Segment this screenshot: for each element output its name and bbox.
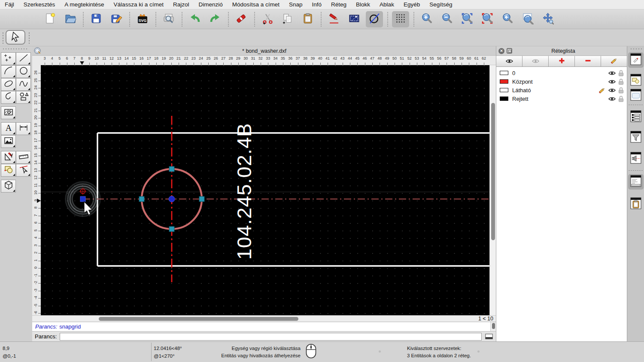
zoom-in-button[interactable] [418, 11, 435, 27]
vertical-scrollbar-thumb[interactable] [491, 103, 495, 240]
entity-list-widget-button[interactable] [629, 109, 642, 125]
print-preview-button[interactable] [160, 11, 177, 27]
command-widget-button[interactable] [628, 174, 644, 190]
image-tool-button[interactable] [1, 135, 16, 148]
zoom-auto-button[interactable] [459, 11, 476, 27]
solid-3d-tool-button[interactable] [1, 180, 16, 193]
command-input[interactable] [60, 333, 482, 341]
polygon-tool-button[interactable] [16, 91, 31, 104]
horizontal-scrollbar-thumb[interactable] [99, 317, 298, 321]
menu-blokk[interactable]: Blokk [351, 1, 375, 8]
spline-tool-button[interactable] [16, 78, 31, 91]
svg-export-button[interactable]: SVG [134, 11, 151, 27]
layer-lock-icon[interactable] [618, 87, 624, 95]
zoom-out-button[interactable] [438, 11, 456, 27]
pen-edit-button[interactable] [325, 11, 343, 27]
part-number-label[interactable]: 104.245.02.4B [233, 123, 255, 260]
menu-snap[interactable]: Snap [284, 1, 307, 8]
toolbar-handle[interactable] [28, 32, 30, 44]
save-as-button[interactable] [108, 11, 125, 27]
cut-button[interactable] [259, 11, 276, 27]
zoom-previous-button[interactable] [499, 11, 516, 27]
menu-rajzol[interactable]: Rajzol [168, 1, 194, 8]
save-button[interactable] [88, 11, 105, 27]
hide-all-eye-button[interactable] [522, 56, 549, 66]
layer-row-látható[interactable]: Látható [496, 86, 627, 94]
menu-ablak[interactable]: Ablak [375, 1, 399, 8]
layer-row-0[interactable]: 0 [496, 69, 627, 77]
hatch-tool-button[interactable] [1, 106, 16, 119]
menu-seg-ts-g[interactable]: Segítség [425, 1, 457, 8]
block-tool-button[interactable] [1, 164, 16, 177]
zoom-redraw-button[interactable] [479, 11, 496, 27]
drawing-window-titlebar[interactable]: * bond_washer.dxf [32, 46, 496, 56]
fit-widget-button[interactable] [629, 151, 642, 166]
open-folder-button[interactable] [61, 11, 79, 27]
selection-rectangle-button[interactable] [346, 11, 363, 27]
new-file-button[interactable] [41, 11, 58, 27]
menu-f-jl[interactable]: Fájl [0, 1, 19, 8]
select-tool-button[interactable] [6, 30, 25, 45]
close-icon[interactable]: × [498, 48, 504, 54]
layer-row-rejtett[interactable]: Rejtett [496, 94, 627, 103]
zoom-window-button[interactable] [519, 11, 536, 27]
layer-lock-icon[interactable] [618, 96, 624, 103]
layer-color-swatch[interactable] [500, 88, 508, 92]
layer-visibility-eye-icon[interactable] [608, 79, 616, 85]
redo-button[interactable] [207, 11, 224, 27]
remove-layer-button[interactable] [575, 56, 601, 66]
measure-tool-button[interactable] [16, 151, 31, 164]
layer-row-központ[interactable]: Központ [496, 77, 627, 86]
history-scrollbar-thumb[interactable] [492, 323, 495, 329]
arc-tool-button[interactable] [1, 65, 16, 78]
menu-egy-b[interactable]: Egyéb [399, 1, 425, 8]
layer-visibility-eye-icon[interactable] [608, 87, 616, 94]
menu-inf-[interactable]: Infó [307, 1, 327, 8]
menu-r-teg[interactable]: Réteg [326, 1, 351, 8]
points-tool-button[interactable] [1, 52, 16, 65]
circle-tool-button[interactable] [16, 65, 31, 78]
layer-list-widget-button[interactable] [628, 52, 644, 68]
dimension-tool-button[interactable] [16, 122, 31, 135]
layer-lock-icon[interactable] [618, 70, 624, 78]
ellipse-tool-button[interactable] [1, 78, 16, 91]
toolbar-handle[interactable] [2, 32, 4, 44]
filter-widget-button[interactable] [629, 130, 642, 145]
paste-button[interactable] [299, 11, 316, 27]
layer-lock-icon[interactable] [618, 78, 624, 86]
menu-m-dos-tsa-a-c-met[interactable]: Módosítsa a címet [228, 1, 284, 8]
undock-icon[interactable] [507, 48, 512, 54]
zoom-pan-button[interactable] [539, 11, 556, 27]
library-widget-button[interactable] [629, 88, 642, 103]
show-all-eye-button[interactable] [496, 56, 522, 66]
drawing-canvas[interactable]: 104.245.02.4B [41, 65, 489, 315]
circle-line-button[interactable] [366, 11, 383, 27]
circle-center-point[interactable] [169, 196, 175, 202]
dock-handle[interactable] [630, 48, 642, 50]
line-tool-button[interactable] [16, 52, 31, 65]
clipboard-widget-button[interactable] [629, 196, 642, 212]
layer-color-swatch[interactable] [500, 71, 508, 75]
polyline-tool-button[interactable] [1, 91, 16, 104]
menu-a-megtekint-se[interactable]: A megtekintése [60, 1, 109, 8]
text-tool-button[interactable]: A [1, 122, 16, 135]
block-list-widget-button[interactable] [629, 73, 642, 88]
copy-button[interactable] [279, 11, 296, 27]
layer-color-swatch[interactable] [500, 97, 508, 101]
horizontal-scrollbar[interactable]: 1 < 10 [32, 315, 496, 322]
add-layer-button[interactable] [549, 56, 575, 66]
palette-handle[interactable] [2, 48, 29, 50]
menu-v-lassza-ki-a-c-met[interactable]: Válassza ki a címet [109, 1, 168, 8]
history-scrollbar[interactable] [490, 322, 496, 332]
layer-color-swatch[interactable] [500, 79, 508, 84]
modify-tool-button[interactable] [1, 151, 16, 164]
menu-dimenzi-[interactable]: Dimenzió [194, 1, 227, 8]
snap-grid-button[interactable] [392, 11, 409, 27]
layer-visibility-eye-icon[interactable] [608, 96, 616, 103]
undo-button[interactable] [186, 11, 204, 27]
edit-layer-button[interactable] [601, 56, 627, 66]
menu-szerkeszt-s[interactable]: Szerkesztés [19, 1, 60, 8]
keyboard-toggle-button[interactable] [485, 333, 493, 340]
layer-visibility-eye-icon[interactable] [608, 70, 616, 77]
delete-button[interactable] [233, 11, 250, 27]
